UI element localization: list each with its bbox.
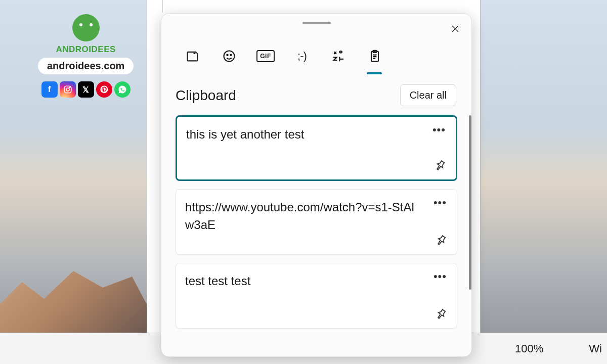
watermark-url: androidees.com xyxy=(38,58,134,74)
clear-all-button[interactable]: Clear all xyxy=(400,84,456,106)
item-more-button[interactable]: ••• xyxy=(433,200,447,205)
clipboard-section-header: Clipboard Clear all xyxy=(161,71,471,115)
svg-point-2 xyxy=(69,87,70,88)
whatsapp-icon[interactable] xyxy=(114,81,131,98)
watermark-brand: ANDROIDEES xyxy=(56,44,116,55)
pinterest-icon[interactable] xyxy=(96,81,112,98)
clipboard-item-text: this is yet another test xyxy=(186,126,446,144)
section-title: Clipboard xyxy=(176,87,236,104)
gif-icon: GIF xyxy=(256,50,275,62)
editor-margin-line xyxy=(162,0,163,13)
item-more-button[interactable]: ••• xyxy=(433,274,447,279)
watermark-logo-block: ANDROIDEES androidees.com f 𝕏 xyxy=(38,14,134,98)
x-twitter-icon[interactable]: 𝕏 xyxy=(78,81,94,98)
instagram-icon[interactable] xyxy=(60,81,76,98)
item-pin-button[interactable] xyxy=(433,159,447,172)
tab-emoji[interactable] xyxy=(220,47,238,65)
tab-symbols[interactable] xyxy=(329,47,348,65)
scrollbar-thumb[interactable] xyxy=(469,115,471,290)
social-icons-row: f 𝕏 xyxy=(41,81,131,98)
clipboard-item-text: test test test xyxy=(185,272,447,290)
clipboard-list: this is yet another test ••• https://www… xyxy=(161,115,471,356)
clipboard-item[interactable]: https://www.youtube.com/watch?v=s1-StAlw… xyxy=(176,189,457,255)
tab-clipboard[interactable] xyxy=(366,47,384,65)
android-logo-icon xyxy=(72,14,100,41)
category-tabs: GIF ;-) xyxy=(161,32,471,71)
drag-handle[interactable] xyxy=(302,22,331,24)
desktop-background-foreground xyxy=(0,238,147,349)
panel-titlebar xyxy=(161,14,471,32)
svg-point-3 xyxy=(224,51,235,62)
item-pin-button[interactable] xyxy=(435,308,448,321)
svg-point-5 xyxy=(230,55,231,56)
item-more-button[interactable]: ••• xyxy=(432,127,446,132)
word-count-partial[interactable]: Wi xyxy=(589,342,602,355)
tab-gif[interactable]: GIF xyxy=(256,47,275,65)
clipboard-item-text: https://www.youtube.com/watch?v=s1-StAlw… xyxy=(185,199,447,234)
emoji-clipboard-panel: GIF ;-) Clipboard Clear all this is yet … xyxy=(161,13,472,357)
tab-kaomoji[interactable]: ;-) xyxy=(293,47,311,65)
zoom-level[interactable]: 100% xyxy=(515,342,543,355)
svg-point-4 xyxy=(227,55,228,56)
item-pin-button[interactable] xyxy=(435,234,448,247)
tab-recent-stickers[interactable] xyxy=(184,47,202,65)
svg-point-1 xyxy=(66,88,69,91)
clipboard-item[interactable]: test test test ••• xyxy=(176,263,457,329)
clipboard-item[interactable]: this is yet another test ••• xyxy=(176,115,457,181)
close-button[interactable] xyxy=(447,21,463,37)
kaomoji-icon: ;-) xyxy=(297,50,307,63)
facebook-icon[interactable]: f xyxy=(41,81,58,98)
